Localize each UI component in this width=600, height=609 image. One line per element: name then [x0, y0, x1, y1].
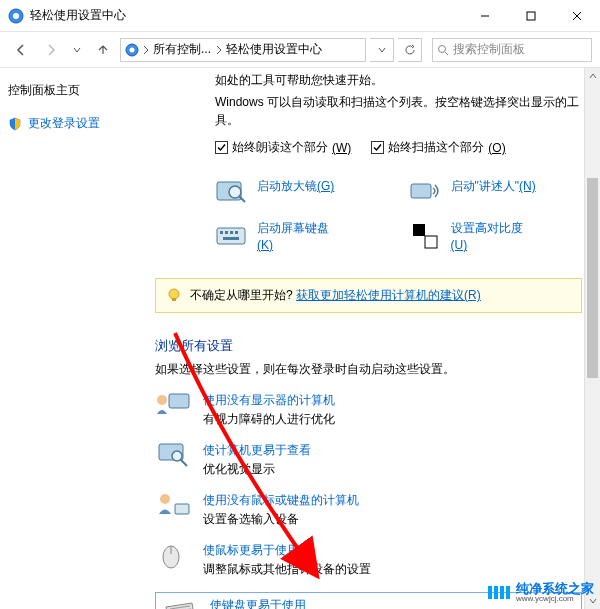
- tool-magnifier[interactable]: 启动放大镜(G): [215, 178, 389, 210]
- window-titlebar: 轻松使用设置中心: [0, 0, 600, 32]
- tool-contrast[interactable]: 设置高对比度(U): [409, 220, 583, 254]
- setting-no-mouse-keyboard[interactable]: 使用没有鼠标或键盘的计算机设置备选输入设备: [155, 492, 582, 528]
- mouse-icon: [155, 542, 191, 570]
- section-heading: 浏览所有设置: [155, 337, 582, 355]
- breadcrumb-item[interactable]: 所有控制...: [153, 41, 222, 58]
- chevron-right-icon: [143, 45, 149, 55]
- contrast-icon: [409, 220, 441, 252]
- forward-button[interactable]: [38, 37, 64, 63]
- tool-osk[interactable]: 启动屏幕键盘(K): [215, 220, 389, 254]
- scroll-up-arrow[interactable]: [585, 68, 600, 84]
- svg-rect-19: [230, 231, 233, 234]
- setting-easier-mouse[interactable]: 使鼠标更易于使用调整鼠标或其他指针设备的设置: [155, 542, 582, 578]
- addr-dropdown[interactable]: [370, 38, 394, 62]
- refresh-button[interactable]: [398, 38, 422, 62]
- narrator-icon: [409, 178, 441, 210]
- svg-point-29: [172, 451, 182, 461]
- history-dropdown[interactable]: [68, 37, 86, 63]
- svg-line-9: [445, 52, 448, 55]
- svg-point-1: [13, 13, 19, 19]
- section-desc: 如果选择这些设置，则在每次登录时自动启动这些设置。: [155, 361, 582, 378]
- svg-rect-20: [235, 231, 238, 234]
- svg-rect-16: [217, 228, 245, 244]
- svg-rect-17: [220, 231, 223, 234]
- svg-point-27: [157, 395, 167, 405]
- address-bar-row: 所有控制... 轻松使用设置中心 搜索控制面板: [0, 32, 600, 68]
- svg-rect-21: [223, 237, 239, 240]
- intro-text-line: 如处的工具可帮助您快速开始。: [215, 72, 582, 89]
- svg-point-24: [169, 289, 179, 299]
- addr-icon: [125, 43, 139, 57]
- svg-line-30: [181, 460, 187, 466]
- checkbox-always-read[interactable]: 始终朗读这个部分(W): [215, 139, 351, 156]
- app-icon: [8, 8, 24, 24]
- keyboard-setting-icon: [162, 597, 198, 609]
- svg-rect-15: [411, 184, 431, 198]
- svg-rect-3: [527, 12, 535, 20]
- sidebar-home-link[interactable]: 控制面板主页: [8, 82, 127, 99]
- breadcrumb-item[interactable]: 轻松使用设置中心: [226, 41, 322, 58]
- svg-rect-10: [216, 142, 228, 154]
- person-device-icon: [155, 492, 191, 520]
- tool-narrator[interactable]: 启动"讲述人"(N): [409, 178, 583, 210]
- intro-text: Windows 可以自动读取和扫描这个列表。按空格键选择突出显示的工具。: [215, 93, 582, 129]
- keyboard-icon: [215, 220, 247, 252]
- window-title: 轻松使用设置中心: [30, 7, 462, 24]
- search-icon: [437, 44, 449, 56]
- content-pane: 如处的工具可帮助您快速开始。 Windows 可以自动读取和扫描这个列表。按空格…: [135, 72, 600, 609]
- svg-point-8: [439, 45, 446, 52]
- magnifier-icon: [215, 178, 247, 210]
- sidebar-login-link[interactable]: 更改登录设置: [8, 115, 127, 132]
- svg-rect-25: [172, 298, 176, 301]
- watermark: 纯净系统之家 www.ycwjcj.com: [488, 582, 594, 603]
- maximize-button[interactable]: [508, 1, 554, 31]
- address-bar[interactable]: 所有控制... 轻松使用设置中心: [120, 38, 366, 62]
- monitor-magnify-icon: [155, 442, 191, 470]
- svg-point-31: [160, 494, 170, 504]
- svg-rect-26: [169, 394, 189, 408]
- monitor-person-icon: [155, 392, 191, 420]
- vertical-scrollbar[interactable]: [584, 68, 600, 609]
- svg-rect-32: [175, 504, 189, 514]
- svg-rect-23: [425, 236, 437, 248]
- back-button[interactable]: [8, 37, 34, 63]
- search-input[interactable]: 搜索控制面板: [432, 38, 592, 62]
- sidebar: 控制面板主页 更改登录设置: [0, 68, 135, 609]
- shield-icon: [8, 117, 22, 131]
- svg-rect-22: [413, 224, 425, 236]
- tip-link[interactable]: 获取更加轻松使用计算机的建议(R): [296, 288, 481, 302]
- svg-rect-18: [225, 231, 228, 234]
- minimize-button[interactable]: [462, 1, 508, 31]
- lightbulb-icon: [166, 287, 182, 303]
- recommendations-tip: 不确定从哪里开始? 获取更加轻松使用计算机的建议(R): [155, 278, 582, 313]
- svg-rect-11: [372, 142, 384, 154]
- setting-easier-see[interactable]: 使计算机更易于查看优化视觉显示: [155, 442, 582, 478]
- scroll-thumb[interactable]: [587, 178, 598, 378]
- close-button[interactable]: [554, 1, 600, 31]
- svg-point-7: [130, 47, 135, 52]
- search-placeholder: 搜索控制面板: [453, 41, 525, 58]
- setting-no-display[interactable]: 使用没有显示器的计算机有视力障碍的人进行优化: [155, 392, 582, 428]
- up-button[interactable]: [90, 37, 116, 63]
- checkbox-always-scan[interactable]: 始终扫描这个部分(O): [371, 139, 505, 156]
